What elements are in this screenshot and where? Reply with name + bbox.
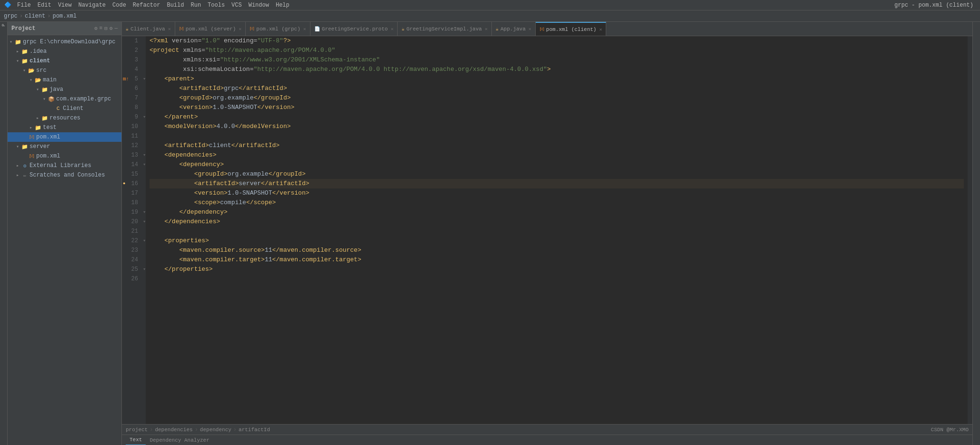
tab-pom-grpc[interactable]: 𝕄 pom.xml (grpc) ✕ [246, 22, 310, 36]
tree-arrow-test[interactable]: ▸ [28, 125, 34, 130]
menu-window[interactable]: Window [246, 1, 272, 10]
tab-close-greetingservice-proto[interactable]: ✕ [390, 26, 393, 32]
scroll-to-top-icon[interactable]: ≡ [100, 25, 103, 31]
line-number-17: 17 [131, 188, 138, 198]
tab-close-pom-grpc[interactable]: ✕ [303, 26, 306, 32]
fold-marker-20[interactable]: ▿ [143, 217, 146, 227]
menu-refactor[interactable]: Refactor [130, 1, 163, 10]
fold-marker-5[interactable]: ▿ [143, 74, 146, 84]
tab-pom-server[interactable]: 𝕄 pom.xml (server) ✕ [175, 22, 246, 36]
tree-label-client-class: Client [63, 105, 83, 112]
tree-item-client[interactable]: ▾ 📁 client [8, 56, 121, 66]
fold-marker-19[interactable]: ▿ [143, 208, 146, 217]
tree-arrow-grpc[interactable]: ▾ [8, 39, 14, 45]
xml-tag-scope: scope [198, 198, 216, 208]
tab-greetingservice-proto[interactable]: 📄 GreetingService.proto ✕ [310, 22, 398, 36]
line-number-10: 10 [131, 122, 138, 131]
menu-build[interactable]: Build [164, 1, 187, 10]
menu-view[interactable]: View [55, 1, 75, 10]
tree-item-resources[interactable]: ▸ 📁 resources [8, 113, 121, 123]
tree-arrow-server[interactable]: ▾ [14, 144, 21, 149]
tree-item-idea[interactable]: ▸ 📁 .idea [8, 47, 121, 56]
menu-edit[interactable]: Edit [35, 1, 54, 10]
xml-tag-properties-close: properties [172, 265, 209, 274]
breadcrumb-grpc[interactable]: grpc [4, 13, 18, 20]
tab-close-pom-client[interactable]: ✕ [599, 27, 602, 32]
tree-arrow-src[interactable]: ▾ [21, 68, 28, 73]
collapse-icon[interactable]: ⊟ [104, 25, 108, 31]
tab-pom-client[interactable]: 𝕄 pom.xml (client) ✕ [536, 22, 607, 36]
menu-code[interactable]: Code [110, 1, 129, 10]
code-line-8: <version>1.0-SNAPSHOT</version> [150, 103, 964, 112]
tree-arrow-main[interactable]: ▾ [28, 77, 34, 83]
close-panel-icon[interactable]: — [114, 25, 118, 31]
menu-tools[interactable]: Tools [205, 1, 228, 10]
fold-marker-13[interactable]: ▿ [143, 150, 146, 160]
xml-lt-16a: < [194, 179, 198, 188]
tree-item-grpc[interactable]: ▾ 📁 grpc E:\chromeDownload\grpc [8, 37, 121, 47]
tree-arrow-package[interactable]: ▾ [41, 96, 48, 102]
bottom-tab-dependency-analyzer[interactable]: Dependency Analyzer [146, 435, 213, 445]
settings-icon[interactable]: ⚙ [94, 25, 98, 31]
status-breadcrumb-project[interactable]: project [126, 427, 148, 433]
xml-gt-23b: > [358, 246, 361, 255]
tree-arrow-java[interactable]: ▾ [34, 87, 41, 92]
gutter-line-21: 21 [122, 227, 142, 236]
fold-marker-14[interactable]: ▿ [143, 160, 146, 169]
tree-arrow-idea[interactable]: ▸ [14, 49, 21, 54]
fold-marker-22[interactable]: ▿ [143, 236, 146, 246]
status-breadcrumb-dependency[interactable]: dependency [200, 427, 231, 433]
tree-item-client-class[interactable]: C Client [8, 104, 121, 113]
tree-item-src[interactable]: ▾ 📂 src [8, 66, 121, 75]
tab-close-pom-server[interactable]: ✕ [239, 26, 241, 32]
code-line-4: xsi:schemaLocation="http://maven.apache.… [150, 65, 964, 74]
tab-appjava[interactable]: ☕ App.java ✕ [492, 22, 536, 36]
menu-run[interactable]: Run [188, 1, 204, 10]
sidebar-tab-project[interactable]: P [0, 24, 7, 26]
tree-item-external-libs[interactable]: ▸ ⚙ External Libraries [8, 161, 121, 170]
tree-item-pom-server[interactable]: 𝕄 pom.xml [8, 151, 121, 161]
bottom-tab-text[interactable]: Text [126, 435, 146, 445]
breadcrumb-client[interactable]: client [25, 13, 45, 20]
tree-item-server[interactable]: ▾ 📁 server [8, 142, 121, 151]
tree-item-scratches[interactable]: ▸ ✏ Scratches and Consoles [8, 170, 121, 180]
breadcrumb-bar: grpc › client › pom.xml [0, 10, 980, 22]
breadcrumb-pomxml[interactable]: pom.xml [52, 13, 76, 20]
tree-area[interactable]: ▾ 📁 grpc E:\chromeDownload\grpc ▸ 📁 .ide… [8, 35, 121, 445]
tree-item-package[interactable]: ▾ 📦 com.example.grpc [8, 94, 121, 104]
xml-tag-project: project [153, 46, 180, 55]
tab-close-appjava[interactable]: ✕ [529, 26, 531, 32]
line-number-12: 12 [131, 141, 138, 150]
editor-area: ☕ Client.java ✕ 𝕄 pom.xml (server) ✕ 𝕄 p… [122, 22, 972, 445]
tree-item-pom-client[interactable]: 𝕄 pom.xml [8, 132, 121, 142]
status-breadcrumb-dependencies[interactable]: dependencies [155, 427, 192, 433]
tab-close-clientjava[interactable]: ✕ [168, 26, 171, 32]
tree-arrow-scratches[interactable]: ▸ [14, 172, 21, 178]
xml-lt-20: </ [164, 217, 172, 227]
tab-close-greetingserviceimpl[interactable]: ✕ [485, 26, 488, 32]
tree-item-test[interactable]: ▸ 📁 test [8, 123, 121, 132]
gutter-line-17: 17 [122, 188, 142, 198]
gear-icon[interactable]: ⚙ [110, 25, 113, 31]
fold-marker-25[interactable]: ▿ [143, 265, 146, 274]
tab-greetingserviceimpl[interactable]: ☕ GreetingServiceImpl.java ✕ [398, 22, 492, 36]
xml-indent-16 [150, 179, 194, 188]
status-breadcrumb-artifactid[interactable]: artifactId [239, 427, 270, 433]
tree-item-main[interactable]: ▾ 📂 main [8, 75, 121, 85]
code-editor[interactable]: 1 2 3 4 m↑ 5 ▿ [122, 36, 972, 424]
line-number-3: 3 [135, 55, 138, 65]
tree-item-java[interactable]: ▾ 📁 java [8, 85, 121, 94]
menu-file[interactable]: File [14, 1, 34, 10]
fold-marker-9[interactable]: ▿ [143, 112, 146, 122]
line-number-25: 25 [131, 265, 138, 274]
menu-navigate[interactable]: Navigate [75, 1, 109, 10]
code-content[interactable]: <?xml version="1.0" encoding="UTF-8"?> <… [146, 36, 968, 424]
menu-help[interactable]: Help [273, 1, 292, 10]
tab-clientjava[interactable]: ☕ Client.java ✕ [122, 22, 175, 36]
tree-arrow-client[interactable]: ▾ [14, 58, 21, 64]
scrollbar[interactable] [968, 36, 972, 424]
tree-arrow-external-libs[interactable]: ▸ [14, 163, 21, 168]
menu-vcs[interactable]: VCS [229, 1, 245, 10]
tree-arrow-resources[interactable]: ▸ [34, 115, 41, 121]
xml-tag-artifactid-12-close: artifactId [239, 141, 276, 150]
